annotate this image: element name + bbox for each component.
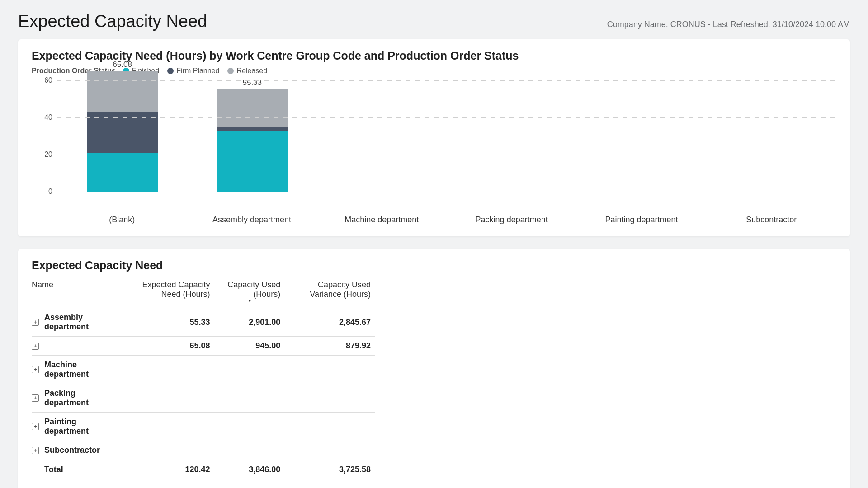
col-header-name[interactable]: Name — [32, 277, 122, 308]
total-label: Total — [44, 465, 63, 474]
table-row[interactable]: +Packing department — [32, 384, 375, 413]
chart-category — [577, 80, 707, 192]
chart-category: 65.08 — [57, 80, 187, 192]
bar-segment[interactable] — [217, 131, 288, 192]
cell-value — [215, 441, 285, 460]
bar-total-label: 65.08 — [113, 60, 132, 69]
cell-value: 879.92 — [285, 337, 375, 356]
page-title: Expected Capacity Need — [18, 12, 207, 31]
bar-chart[interactable]: 0204060 65.0855.33 — [32, 80, 836, 211]
cell-value — [285, 413, 375, 441]
x-tick-label: Painting department — [576, 215, 706, 225]
x-tick-label: (Blank) — [57, 215, 187, 225]
table-row[interactable]: +65.08945.00879.92 — [32, 337, 375, 356]
table-row[interactable]: +Machine department — [32, 356, 375, 384]
bar-segment[interactable] — [87, 153, 158, 192]
chart-category — [317, 80, 447, 192]
cell-value — [215, 413, 285, 441]
bar-segment[interactable] — [217, 89, 288, 127]
total-value: 120.42 — [122, 460, 214, 479]
bar-stack[interactable]: 65.08 — [87, 71, 158, 192]
legend-label: Released — [236, 67, 267, 75]
x-tick-label: Assembly department — [187, 215, 316, 225]
chart-category — [707, 80, 836, 192]
cell-value: 55.33 — [122, 308, 214, 337]
chart-category — [447, 80, 577, 192]
expand-icon[interactable]: + — [32, 447, 39, 454]
row-name: Machine department — [44, 360, 117, 379]
chart-category: 55.33 — [187, 80, 317, 192]
col-header-used[interactable]: Capacity Used (Hours) ▼ — [215, 277, 285, 308]
row-name: Painting department — [44, 417, 117, 436]
cell-value: 945.00 — [215, 337, 285, 356]
total-value: 3,725.58 — [285, 460, 375, 479]
row-name: Subcontractor — [44, 446, 100, 455]
expand-icon[interactable]: + — [32, 423, 39, 430]
bar-segment[interactable] — [217, 127, 288, 131]
cell-value — [122, 384, 214, 413]
gridline — [57, 117, 836, 118]
cell-value: 2,845.67 — [285, 308, 375, 337]
cell-value — [285, 441, 375, 460]
refresh-status: Company Name: CRONUS - Last Refreshed: 3… — [607, 20, 850, 29]
table-card: Expected Capacity Need Name Expected Cap… — [18, 249, 850, 488]
table-total-row: Total120.423,846.003,725.58 — [32, 460, 375, 479]
sort-desc-icon: ▼ — [219, 298, 281, 303]
cell-value — [215, 356, 285, 384]
expand-icon[interactable]: + — [32, 343, 39, 350]
row-name: Assembly department — [44, 313, 117, 332]
y-tick-label: 0 — [48, 188, 52, 196]
capacity-table: Name Expected Capacity Need (Hours) Capa… — [32, 277, 375, 479]
cell-value — [122, 441, 214, 460]
gridline — [57, 155, 836, 155]
legend-swatch-icon — [227, 68, 234, 74]
expand-icon[interactable]: + — [32, 394, 39, 402]
cell-value — [215, 384, 285, 413]
table-title: Expected Capacity Need — [32, 259, 836, 272]
cell-value — [285, 384, 375, 413]
x-tick-label: Machine department — [317, 215, 447, 225]
cell-value — [285, 356, 375, 384]
table-row[interactable]: +Assembly department55.332,901.002,845.6… — [32, 308, 375, 337]
legend-swatch-icon — [167, 68, 174, 74]
cell-value: 2,901.00 — [215, 308, 285, 337]
expand-icon[interactable]: + — [32, 319, 39, 326]
gridline — [57, 192, 836, 192]
col-header-variance[interactable]: Capacity Used Variance (Hours) — [285, 277, 375, 308]
table-row[interactable]: +Subcontractor — [32, 441, 375, 460]
cell-value — [122, 413, 214, 441]
bar-segment[interactable] — [87, 71, 158, 112]
cell-value: 65.08 — [122, 337, 214, 356]
total-value: 3,846.00 — [215, 460, 285, 479]
x-tick-label: Packing department — [447, 215, 576, 225]
gridline — [57, 80, 836, 81]
y-tick-label: 60 — [44, 76, 52, 84]
y-tick-label: 20 — [44, 150, 52, 159]
row-name: Packing department — [44, 389, 117, 408]
chart-title: Expected Capacity Need (Hours) by Work C… — [32, 49, 836, 62]
chart-card: Expected Capacity Need (Hours) by Work C… — [18, 39, 850, 236]
legend-label: Firm Planned — [176, 67, 219, 75]
expand-icon[interactable]: + — [32, 366, 39, 373]
cell-value — [122, 356, 214, 384]
bar-total-label: 55.33 — [242, 78, 262, 87]
x-tick-label: Subcontractor — [707, 215, 836, 225]
col-header-expected[interactable]: Expected Capacity Need (Hours) — [122, 277, 214, 308]
bar-stack[interactable]: 55.33 — [217, 89, 288, 192]
table-row[interactable]: +Painting department — [32, 413, 375, 441]
legend-item[interactable]: Firm Planned — [167, 67, 219, 75]
y-tick-label: 40 — [44, 113, 52, 122]
bar-segment[interactable] — [87, 112, 158, 153]
legend-item[interactable]: Released — [227, 67, 267, 75]
